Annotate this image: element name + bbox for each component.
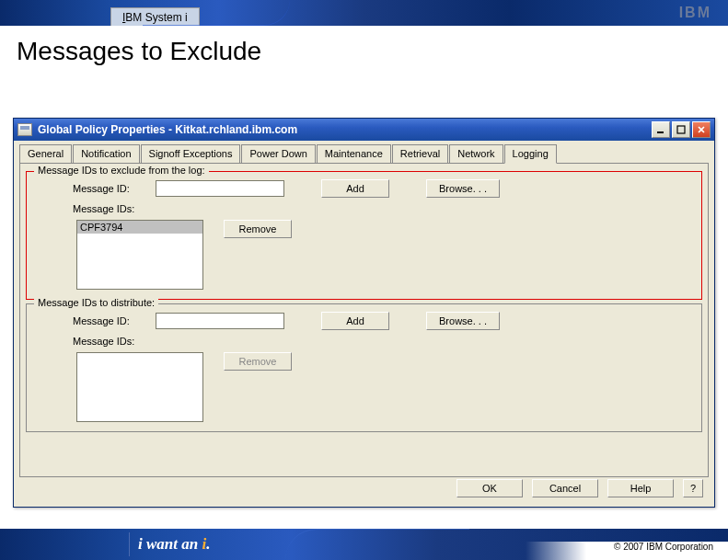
svg-rect-0 [657,131,664,133]
list-item[interactable]: CPF3794 [77,221,202,234]
slogan-pre: i want an [138,535,202,553]
cancel-button[interactable]: Cancel [532,479,598,497]
window-control-buttons [652,121,711,138]
tab-logging[interactable]: Logging [504,144,557,164]
distribute-ids-label: Message IDs: [36,336,156,347]
logging-tab-panel: Message IDs to exclude from the log: Mes… [19,163,709,477]
distribute-ids-label-row: Message IDs: [36,336,692,347]
distribute-add-button[interactable]: Add [321,312,389,330]
distribute-msgid-input[interactable] [156,313,284,329]
footer-copyright: © 2007 IBM Corporation [612,542,715,552]
footer-separator [129,532,130,556]
tab-power-down[interactable]: Power Down [241,144,315,163]
tab-general[interactable]: General [19,144,72,163]
presentation-footer: i want an i. © 2007 IBM Corporation [0,529,728,560]
distribute-list-row: Remove [36,352,692,422]
exclude-add-button[interactable]: Add [321,179,389,198]
footer-decorative-curve [285,529,469,560]
ibm-logo: IBM [679,5,711,21]
distribute-id-row: Message ID: Add Browse. . . [36,312,692,330]
distribute-legend: Message IDs to distribute: [34,297,158,308]
tab-notification[interactable]: Notification [73,144,139,163]
footer-slogan: i want an i. [138,535,210,554]
context-help-button[interactable]: ? [683,479,703,497]
distribute-browse-button[interactable]: Browse. . . [426,312,500,330]
slogan-post: . [206,535,210,553]
slide-title: Messages to Exclude [0,26,728,75]
global-policy-dialog: Global Policy Properties - Kitkat.rchlan… [13,118,715,508]
help-button[interactable]: Help [607,479,674,497]
exclude-ids-label-row: Message IDs: [36,203,692,214]
minimize-icon [656,125,665,134]
dialog-titlebar[interactable]: Global Policy Properties - Kitkat.rchlan… [14,119,714,141]
dialog-tabstrip: General Notification Signoff Exceptions … [14,141,714,163]
window-icon [17,123,32,136]
distribute-listbox[interactable] [76,352,203,422]
exclude-groupbox: Message IDs to exclude from the log: Mes… [26,171,702,300]
exclude-id-row: Message ID: Add Browse. . . [36,179,692,198]
tab-network[interactable]: Network [449,144,503,163]
close-icon [697,125,706,134]
distribute-msgid-label: Message ID: [36,315,156,326]
exclude-legend: Message IDs to exclude from the log: [34,165,209,176]
distribute-groupbox: Message IDs to distribute: Message ID: A… [26,303,702,432]
distribute-remove-button[interactable]: Remove [224,352,292,371]
dialog-title: Global Policy Properties - Kitkat.rchlan… [38,123,652,136]
exclude-list-row: CPF3794 Remove [36,220,692,290]
maximize-icon [676,125,686,134]
exclude-browse-button[interactable]: Browse. . . [426,179,500,198]
ok-button[interactable]: OK [456,479,523,497]
exclude-remove-button[interactable]: Remove [224,220,292,238]
exclude-msgid-label: Message ID: [36,183,156,194]
exclude-msgid-input[interactable] [156,180,284,197]
exclude-ids-label: Message IDs: [36,203,156,214]
tab-signoff-exceptions[interactable]: Signoff Exceptions [141,144,241,163]
exclude-listbox[interactable]: CPF3794 [76,220,203,290]
banner-decorative-curve [143,0,290,26]
dialog-button-row: OK Cancel Help ? [456,479,703,497]
minimize-button[interactable] [652,121,670,138]
maximize-button[interactable] [672,121,690,138]
svg-rect-1 [677,126,685,133]
tab-maintenance[interactable]: Maintenance [317,144,391,163]
presentation-top-banner: IBM System i IBM [0,0,728,26]
tab-retrieval[interactable]: Retrieval [392,144,448,163]
close-button[interactable] [692,121,711,138]
